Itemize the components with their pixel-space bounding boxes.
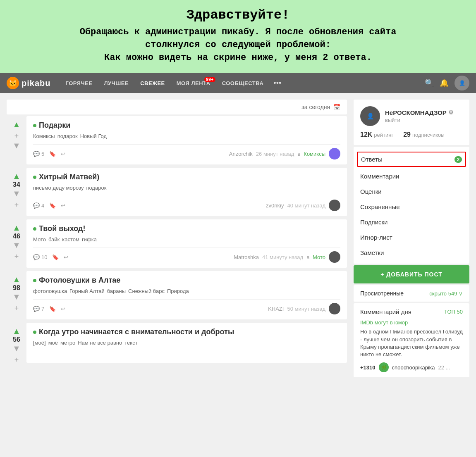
vote-up-4[interactable]: ▲ bbox=[12, 275, 21, 283]
calendar-icon[interactable]: 📅 bbox=[333, 104, 340, 110]
vote-add-1[interactable]: + bbox=[14, 132, 19, 140]
vote-add-3[interactable]: + bbox=[14, 252, 19, 261]
tag[interactable]: Снежный барс bbox=[128, 288, 165, 294]
tag[interactable]: Природа bbox=[167, 288, 189, 294]
comment-footer: +1310 🌿 choochoopikapika 22 ... bbox=[360, 362, 463, 372]
nav-communities[interactable]: СООБЩЕСТВА bbox=[217, 80, 269, 86]
sidebar-item-subscriptions[interactable]: Подписки bbox=[354, 214, 469, 230]
share-action-2[interactable]: ↩ bbox=[61, 202, 65, 209]
commenter-name[interactable]: choochoopikapika bbox=[392, 364, 435, 371]
vote-up-2[interactable]: ▲ bbox=[12, 172, 21, 180]
settings-icon[interactable]: ⚙ bbox=[448, 109, 454, 116]
viewed-toggle[interactable]: скрыто 549 ∨ bbox=[429, 290, 463, 297]
tag[interactable]: [моё] bbox=[33, 340, 46, 346]
post-title-5[interactable]: Когда утро начинается с внимательности и… bbox=[33, 328, 340, 336]
post-actions-3: 💬 10 🔖 ↩ bbox=[33, 254, 68, 260]
profile-avatar[interactable]: 👤 bbox=[360, 106, 380, 126]
post-community-1[interactable]: Комиксы bbox=[304, 151, 325, 157]
comment-action-1[interactable]: 💬 5 bbox=[33, 151, 44, 157]
sidebar-item-ratings[interactable]: Оценки bbox=[354, 184, 469, 199]
post-wrapper-2: ▲ 34 ▼ + Хитрый Матвей) письмо деду моро… bbox=[7, 168, 347, 218]
save-action-2[interactable]: 🔖 bbox=[49, 202, 56, 209]
post-time-3: 41 минуту назад bbox=[262, 254, 303, 260]
vote-col-5: ▲ 56 ▼ + bbox=[7, 323, 26, 364]
vote-down-3[interactable]: ▼ bbox=[12, 241, 21, 249]
vote-up-3[interactable]: ▲ bbox=[12, 224, 21, 232]
tag[interactable]: подарок bbox=[57, 133, 78, 139]
tag[interactable]: текст bbox=[124, 340, 137, 346]
tag[interactable]: метро bbox=[60, 340, 75, 346]
share-action-1[interactable]: ↩ bbox=[61, 151, 65, 157]
search-icon[interactable]: 🔍 bbox=[425, 79, 434, 88]
sidebar-item-answers[interactable]: Ответы 2 bbox=[357, 152, 466, 167]
vote-up-1[interactable]: ▲ bbox=[12, 120, 21, 129]
tag[interactable]: моё bbox=[48, 340, 58, 346]
post-title-4[interactable]: Фотоловушки в Алтае bbox=[33, 276, 340, 285]
share-action-4[interactable]: ↩ bbox=[61, 306, 65, 312]
comment-source[interactable]: IMDb могут в юмор bbox=[360, 319, 463, 326]
tag[interactable]: гифка bbox=[82, 236, 97, 243]
post-title-3[interactable]: Твой выход! bbox=[33, 224, 340, 233]
date-label: за сегодня bbox=[301, 104, 330, 110]
profile-header: 👤 НеРОСКОМНАДЗОР ⚙ выйти bbox=[360, 106, 463, 126]
tag[interactable]: Мото bbox=[33, 236, 46, 243]
post-actions-2: 💬 4 🔖 ↩ bbox=[33, 202, 65, 209]
tag[interactable]: байк bbox=[48, 236, 60, 243]
logo[interactable]: 🐱 pikabu bbox=[7, 77, 50, 89]
vote-add-2[interactable]: + bbox=[14, 201, 19, 209]
tag[interactable]: Комиксы bbox=[33, 133, 55, 139]
vote-down-1[interactable]: ▼ bbox=[12, 141, 21, 150]
sidebar-item-ignore[interactable]: Игнор-лист bbox=[354, 230, 469, 245]
nav-hot[interactable]: ГОРЯЧЕЕ bbox=[60, 80, 97, 86]
vote-down-5[interactable]: ▼ bbox=[12, 344, 21, 352]
vote-col-2: ▲ 34 ▼ + bbox=[7, 168, 26, 218]
share-action-3[interactable]: ↩ bbox=[64, 254, 68, 260]
post-card-2: Хитрый Матвей) письмо деду морозу подаро… bbox=[26, 168, 347, 216]
save-action-3[interactable]: 🔖 bbox=[52, 254, 59, 260]
save-action-1[interactable]: 🔖 bbox=[49, 151, 56, 157]
post-tags-3: Мото байк кастом гифка bbox=[33, 236, 340, 243]
tag[interactable]: Горный Алтай bbox=[69, 288, 105, 294]
sidebar-item-notes[interactable]: Заметки bbox=[354, 245, 469, 260]
comment-action-2[interactable]: 💬 4 bbox=[33, 202, 44, 209]
comment-icon: 💬 bbox=[33, 151, 40, 157]
comment-action-3[interactable]: 💬 10 bbox=[33, 254, 47, 260]
post-author-3: Matroshka bbox=[234, 254, 259, 260]
nav-fresh[interactable]: СВЕЖЕЕ bbox=[135, 80, 170, 86]
vote-up-5[interactable]: ▲ bbox=[12, 327, 21, 335]
sidebar-item-saved[interactable]: Сохраненные bbox=[354, 199, 469, 214]
nav-more[interactable]: ••• bbox=[270, 79, 285, 88]
top50-link[interactable]: ТОП 50 bbox=[444, 309, 463, 315]
user-avatar[interactable]: 👤 bbox=[454, 76, 469, 90]
share-icon: ↩ bbox=[61, 202, 65, 209]
tag[interactable]: бараны bbox=[107, 288, 126, 294]
banner-title: Здравствуйте! bbox=[25, 7, 451, 23]
tag[interactable]: Новый Год bbox=[80, 133, 107, 139]
tag[interactable]: кастом bbox=[62, 236, 79, 243]
nav-best[interactable]: ЛУЧШЕЕ bbox=[99, 80, 134, 86]
post-footer-2: 💬 4 🔖 ↩ zv0nkiy 40 минут назад bbox=[33, 196, 340, 211]
add-post-button[interactable]: + ДОБАВИТЬ ПОСТ bbox=[354, 265, 469, 283]
feed: за сегодня 📅 ▲ + ▼ Подарки Комиксы подар… bbox=[7, 100, 347, 377]
vote-add-4[interactable]: + bbox=[14, 304, 19, 313]
vote-down-2[interactable]: ▼ bbox=[12, 189, 21, 198]
nav-my-feed[interactable]: МОЯ ЛЕНТА 99+ bbox=[172, 80, 215, 86]
notification-icon[interactable]: 🔔 bbox=[440, 79, 449, 88]
vote-add-5[interactable]: + bbox=[14, 356, 19, 364]
tag[interactable]: подарок bbox=[86, 185, 106, 191]
tag[interactable]: письмо деду морозу bbox=[33, 185, 84, 191]
post-meta-3: Matroshka 41 минуту назад в Мото bbox=[234, 251, 340, 263]
post-title-1[interactable]: Подарки bbox=[33, 121, 340, 130]
post-community-3[interactable]: Мото bbox=[313, 254, 325, 260]
logout-button[interactable]: выйти bbox=[385, 117, 400, 123]
date-bar: за сегодня 📅 bbox=[7, 100, 347, 114]
vote-down-4[interactable]: ▼ bbox=[12, 293, 21, 301]
tag[interactable]: фотоловушка bbox=[33, 288, 67, 294]
post-title-2[interactable]: Хитрый Матвей) bbox=[33, 173, 340, 181]
profile-name: НеРОСКОМНАДЗОР ⚙ bbox=[385, 109, 463, 116]
comment-action-4[interactable]: 💬 7 bbox=[33, 306, 44, 312]
post-meta-1: Anzorchik 26 минут назад в Комиксы bbox=[229, 148, 340, 159]
save-action-4[interactable]: 🔖 bbox=[49, 306, 56, 312]
sidebar-item-comments[interactable]: Комментарии bbox=[354, 169, 469, 184]
tag[interactable]: Нам не все равно bbox=[78, 340, 122, 346]
